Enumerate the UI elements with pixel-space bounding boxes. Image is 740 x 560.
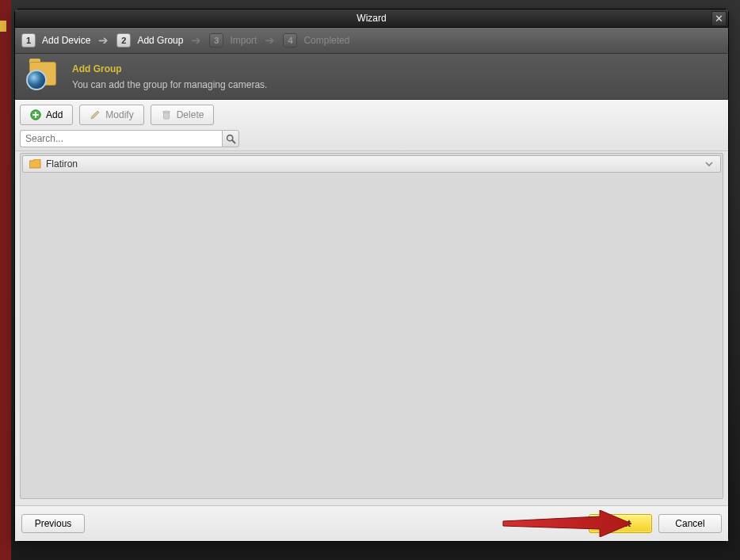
info-bar: Add Group You can add the group for mana… [15, 54, 728, 100]
step-label-import: Import [230, 35, 257, 46]
step-num-2: 2 [116, 33, 131, 48]
close-button[interactable]: ✕ [711, 11, 727, 26]
info-subtext: You can add the group for managing camer… [72, 79, 267, 90]
svg-rect-6 [165, 110, 167, 111]
step-label-add-group: Add Group [137, 35, 183, 46]
step-num-4: 4 [283, 33, 297, 48]
group-name: Flatiron [46, 158, 78, 170]
plus-circle-icon [30, 109, 41, 120]
modify-button-label: Modify [105, 109, 133, 120]
search-input[interactable] [20, 130, 222, 147]
window-title: Wizard [357, 13, 386, 24]
step-num-3: 3 [209, 33, 223, 48]
svg-marker-3 [91, 111, 99, 119]
arrow-right-icon: ➔ [263, 33, 277, 48]
svg-rect-4 [163, 112, 169, 119]
svg-rect-2 [32, 114, 39, 116]
delete-button[interactable]: Delete [151, 105, 215, 125]
footer: Previous Next Cancel [15, 505, 728, 541]
next-button[interactable]: Next [589, 514, 652, 533]
previous-button[interactable]: Previous [21, 514, 85, 533]
search [20, 130, 239, 147]
chevron-down-icon[interactable] [704, 159, 714, 169]
group-list: Flatiron [20, 153, 723, 499]
toolbar: Add Modify Delete [15, 100, 728, 151]
svg-line-8 [232, 140, 235, 143]
folder-icon [29, 159, 41, 169]
arrow-right-icon: ➔ [189, 33, 203, 48]
pencil-icon [90, 109, 101, 120]
group-row[interactable]: Flatiron [22, 155, 721, 173]
cancel-button[interactable]: Cancel [658, 514, 722, 533]
close-icon: ✕ [715, 13, 723, 25]
camera-folder-icon [25, 60, 61, 93]
info-heading: Add Group [72, 63, 267, 74]
trash-icon [161, 109, 172, 120]
magnifier-icon [226, 134, 236, 144]
step-num-1: 1 [21, 33, 36, 48]
search-button[interactable] [222, 130, 239, 147]
arrow-right-icon: ➔ [97, 33, 110, 48]
titlebar: Wizard ✕ [15, 10, 728, 28]
modify-button[interactable]: Modify [79, 105, 143, 125]
step-label-add-device: Add Device [42, 35, 90, 46]
add-button[interactable]: Add [20, 105, 73, 125]
step-label-completed: Completed [303, 35, 349, 46]
wizard-dialog: Wizard ✕ 1 Add Device ➔ 2 Add Group ➔ 3 … [14, 9, 729, 542]
step-bar: 1 Add Device ➔ 2 Add Group ➔ 3 Import ➔ … [15, 28, 728, 54]
delete-button-label: Delete [177, 109, 204, 120]
add-button-label: Add [46, 109, 63, 120]
